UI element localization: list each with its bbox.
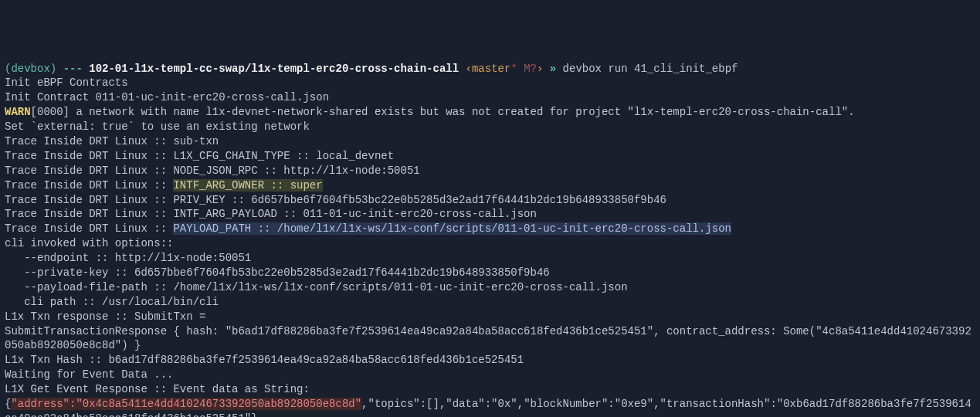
output-line: SubmitTransactionResponse { hash: "b6ad1… [5, 324, 975, 354]
prompt-line-1: (devbox) --- 102-01-l1x-templ-cc-swap/l1… [5, 62, 975, 76]
command-text: devbox run 41_cli_init_ebpf [563, 63, 738, 75]
output-line: Set `external: true` to use an existing … [5, 120, 975, 134]
output-line: --payload-file-path :: /home/l1x/l1x-ws/… [5, 280, 975, 295]
output-line: Waiting for Event Data ... [5, 368, 975, 382]
output-line: L1x Txn response :: SubmitTxn = [5, 310, 975, 324]
trace-line: Trace Inside DRT Linux :: INTF_ARG_OWNER… [5, 178, 975, 193]
output-line: --private-key :: 6d657bbe6f7604fb53bc22e… [5, 266, 975, 280]
highlight-payload-path: PAYLOAD_PATH :: /home/l1x/l1x-ws/l1x-con… [173, 222, 731, 235]
dashes: --- [63, 63, 83, 75]
event-line: {"address":"0x4c8a5411e4dd41024673392050… [5, 397, 975, 417]
branch-marks: * M? [510, 63, 537, 75]
output-line: L1x Txn Hash :: b6ad17df88286ba3fe7f2539… [5, 353, 975, 368]
warn-line: WARN[0000] a network with name l1x-devne… [5, 105, 975, 120]
output-line: L1X Get Event Response :: Event data as … [5, 382, 975, 397]
trace-line: Trace Inside DRT Linux :: INTF_ARG_PAYLO… [5, 207, 975, 222]
trace-line: Trace Inside DRT Linux :: NODE_JSON_RPC … [5, 164, 975, 178]
trace-line: Trace Inside DRT Linux :: L1X_CFG_CHAIN_… [5, 149, 975, 164]
highlight-address: "address":"0x4c8a5411e4dd41024673392050a… [11, 398, 361, 410]
cwd-path: 102-01-l1x-templ-cc-swap/l1x-templ-erc20… [89, 63, 459, 75]
prompt-symbol: » [550, 63, 556, 75]
trace-line: Trace Inside DRT Linux :: sub-txn [5, 134, 975, 149]
output-line: Init eBPF Contracts [5, 76, 975, 90]
highlight-owner: INTF_ARG_OWNER :: super [173, 179, 322, 192]
branch-open: ‹ [466, 63, 472, 75]
terminal-output[interactable]: (devbox) --- 102-01-l1x-templ-cc-swap/l1… [5, 62, 975, 417]
warn-text: [0000] a network with name l1x-devnet-ne… [31, 106, 855, 118]
trace-line: Trace Inside DRT Linux :: PAYLOAD_PATH :… [5, 222, 975, 236]
output-line: cli invoked with options:: [5, 236, 975, 251]
branch-close: › [537, 63, 543, 75]
branch-name: master [472, 63, 510, 75]
output-line: --endpoint :: http://l1x-node:50051 [5, 251, 975, 266]
output-line: cli path :: /usr/local/bin/cli [5, 295, 975, 310]
env-label: (devbox) [5, 63, 56, 75]
warn-label: WARN [5, 106, 31, 118]
trace-line: Trace Inside DRT Linux :: PRIV_KEY :: 6d… [5, 193, 975, 208]
output-line: Init Contract 011-01-uc-init-erc20-cross… [5, 90, 975, 105]
